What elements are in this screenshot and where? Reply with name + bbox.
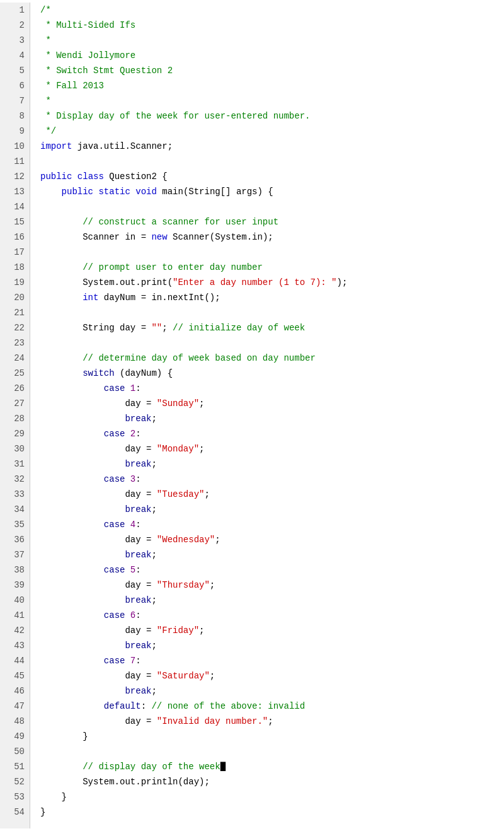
token: * Multi-Sided Ifs [40, 20, 135, 30]
token: 5 [130, 565, 135, 575]
token: } [40, 731, 88, 741]
token: day = [40, 489, 157, 499]
code-line-11 [40, 154, 504, 169]
code-line-43: break; [40, 638, 504, 653]
token [125, 565, 130, 575]
code-line-26: case 1: [40, 381, 504, 396]
line-number-7: 7 [5, 93, 25, 108]
code-line-25: switch (dayNum) { [40, 366, 504, 381]
token: void [135, 187, 157, 197]
token: "Sunday" [157, 398, 199, 409]
token: * Display day of the week for user-enter… [40, 111, 310, 121]
code-line-29: case 2: [40, 426, 504, 441]
token: */ [40, 126, 56, 136]
token: break [125, 459, 151, 469]
line-number-31: 31 [5, 456, 25, 472]
code-line-38: case 5: [40, 562, 504, 578]
line-number-46: 46 [5, 683, 25, 699]
code-line-12: public class Question2 { [40, 169, 504, 184]
code-line-13: public static void main(String[] args) { [40, 184, 504, 199]
token [125, 429, 130, 439]
line-number-43: 43 [5, 638, 25, 653]
token: 6 [130, 610, 135, 620]
code-line-8: * Display day of the week for user-enter… [40, 108, 504, 124]
line-number-38: 38 [5, 562, 25, 578]
token: Scanner(System.in); [168, 232, 273, 242]
token [40, 550, 125, 560]
code-line-49: } [40, 729, 504, 744]
code-line-4: * Wendi Jollymore [40, 48, 504, 63]
code-line-10: import java.util.Scanner; [40, 139, 504, 154]
token: // initialize day of week [173, 323, 305, 333]
token [40, 565, 104, 575]
token: "Invalid day number." [157, 716, 268, 726]
token [40, 262, 83, 272]
token [40, 641, 125, 651]
token: Question2 { [104, 171, 168, 182]
token: break [125, 641, 151, 651]
line-number-14: 14 [5, 199, 25, 214]
code-line-45: day = "Saturday"; [40, 668, 504, 683]
token: } [40, 807, 45, 817]
code-editor: 1234567891011121314151617181920212223242… [0, 0, 504, 831]
token: } [40, 792, 67, 802]
token: // none of the above: invalid [151, 701, 305, 711]
line-number-42: 42 [5, 623, 25, 638]
code-line-36: day = "Wednesday"; [40, 532, 504, 547]
line-number-51: 51 [5, 759, 25, 774]
token [40, 217, 83, 227]
token: * [40, 35, 51, 45]
token: case [104, 656, 125, 666]
line-number-24: 24 [5, 351, 25, 366]
code-line-22: String day = ""; // initialize day of we… [40, 320, 504, 335]
line-number-10: 10 [5, 139, 25, 154]
line-number-53: 53 [5, 789, 25, 805]
code-line-40: break; [40, 593, 504, 608]
token [40, 701, 104, 711]
token [40, 429, 104, 439]
token: // determine day of week based on day nu… [83, 353, 316, 363]
line-number-5: 5 [5, 63, 25, 78]
code-line-19: System.out.print("Enter a day number (1 … [40, 275, 504, 290]
line-number-6: 6 [5, 78, 25, 93]
token: "Friday" [157, 625, 199, 636]
token: * Switch Stmt Question 2 [40, 66, 173, 76]
token: day = [40, 625, 157, 636]
code-line-17 [40, 245, 504, 260]
token: : [135, 474, 140, 484]
line-number-23: 23 [5, 335, 25, 351]
code-line-28: break; [40, 411, 504, 426]
code-line-27: day = "Sunday"; [40, 396, 504, 411]
code-line-48: day = "Invalid day number."; [40, 714, 504, 729]
code-line-41: case 6: [40, 608, 504, 623]
token: : [135, 383, 140, 393]
token: break [125, 504, 151, 514]
line-number-26: 26 [5, 381, 25, 396]
line-number-35: 35 [5, 517, 25, 532]
line-number-1: 1 [5, 3, 25, 18]
line-number-11: 11 [5, 154, 25, 169]
code-line-2: * Multi-Sided Ifs [40, 18, 504, 33]
code-line-30: day = "Monday"; [40, 441, 504, 456]
token: ; [268, 716, 273, 726]
token: * [40, 96, 51, 106]
token: : [135, 565, 140, 575]
code-content[interactable]: /* * Multi-Sided Ifs * * Wendi Jollymore… [30, 3, 504, 828]
code-line-35: case 4: [40, 517, 504, 532]
code-line-42: day = "Friday"; [40, 623, 504, 638]
token [40, 762, 83, 772]
token: // construct a scanner for user input [83, 217, 278, 227]
code-line-54: } [40, 805, 504, 820]
token [125, 610, 130, 620]
code-line-16: Scanner in = new Scanner(System.in); [40, 230, 504, 245]
token: day = [40, 398, 157, 409]
line-number-39: 39 [5, 578, 25, 593]
line-number-15: 15 [5, 214, 25, 230]
token: day = [40, 535, 157, 545]
token: break [125, 686, 151, 696]
token: /* [40, 5, 51, 15]
token: day = [40, 671, 157, 681]
token: System.out.print( [40, 277, 173, 288]
token: "Tuesday" [157, 489, 205, 499]
line-number-34: 34 [5, 502, 25, 517]
